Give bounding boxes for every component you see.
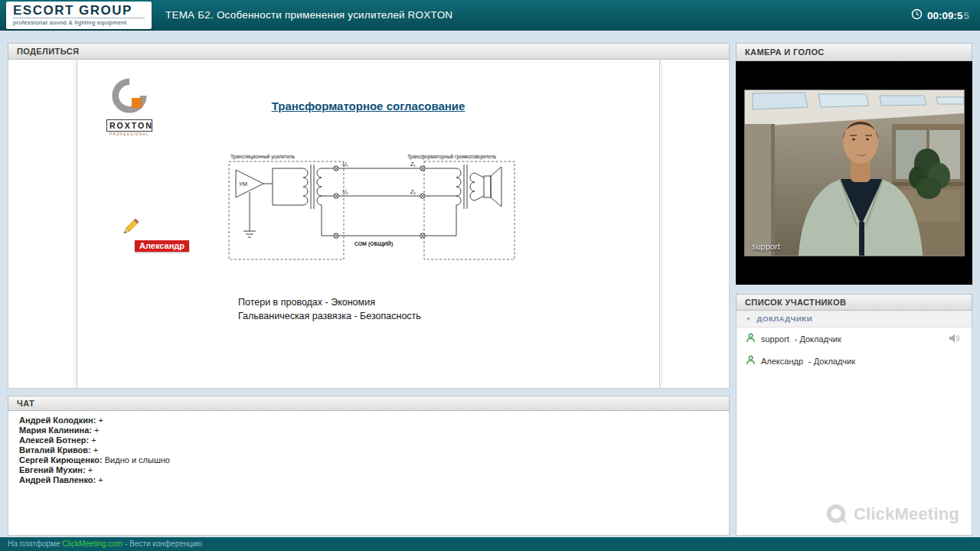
chat-author: Евгений Мухин: bbox=[19, 465, 86, 474]
common-wire-label: СОМ (ОБЩИЙ) bbox=[354, 240, 393, 247]
participants-list: support - ДокладчикАлександр - Докладчик bbox=[737, 328, 972, 372]
chat-message: Андрей Павленко: + bbox=[19, 475, 718, 485]
chat-panel: ЧАТ Андрей Колодкин: +Мария Калинина: +А… bbox=[8, 396, 730, 536]
share-panel-content: ROXTON PROFESSIONAL Трансформаторное сог… bbox=[8, 60, 730, 389]
chat-author: Алексей Ботнер: bbox=[19, 435, 89, 445]
clickmeeting-link[interactable]: ClickMeeting.com bbox=[62, 540, 122, 548]
chat-message: Евгений Мухин: + bbox=[19, 465, 718, 475]
participant-name: Александр bbox=[761, 357, 803, 366]
participant-name: support bbox=[761, 334, 789, 344]
footer-suffix: - Вести конференцию bbox=[125, 540, 202, 548]
roxton-logo-subtext: PROFESSIONAL bbox=[106, 132, 152, 136]
amplifier-dashed-box bbox=[229, 161, 344, 259]
slide-bullets: Потери в проводах - Экономия Гальваничес… bbox=[238, 295, 421, 323]
camera-panel: КАМЕРА И ГОЛОС bbox=[736, 43, 972, 285]
timer-fading-digit: 5 bbox=[963, 10, 969, 21]
slide-bullet-2: Гальваническая развязка - Безопасность bbox=[238, 309, 421, 323]
presenters-group-label: ДОКЛАДЧИКИ bbox=[757, 315, 813, 323]
chat-text: + bbox=[92, 425, 99, 435]
participant-row[interactable]: Александр - Докладчик bbox=[737, 350, 972, 372]
chat-author: Виталий Кривов: bbox=[19, 445, 91, 455]
loudspeaker-box-label: Трансформаторный громкоговоритель bbox=[407, 154, 497, 160]
participants-content: ▼ ДОКЛАДЧИКИ support - ДокладчикАлександ… bbox=[736, 311, 972, 536]
share-panel-header[interactable]: ПОДЕЛИТЬСЯ bbox=[8, 43, 730, 60]
webcam-video: support bbox=[744, 90, 965, 256]
chat-text: + bbox=[96, 416, 103, 425]
clickmeeting-logo-icon bbox=[825, 503, 848, 526]
wire-terminals bbox=[334, 166, 425, 238]
top-bar: ESCORT GROUP professional sound & lighti… bbox=[0, 0, 980, 31]
chat-message: Андрей Колодкин: + bbox=[19, 416, 718, 425]
speaker-primary-coil bbox=[456, 168, 461, 205]
u1-label: U₁ bbox=[342, 161, 348, 167]
chat-author: Андрей Павленко: bbox=[19, 475, 96, 484]
amplifier-box-label: Трансляционный усилитель bbox=[230, 154, 296, 160]
presentation-slide[interactable]: ROXTON PROFESSIONAL Трансформаторное сог… bbox=[77, 60, 660, 388]
escort-group-logo: ESCORT GROUP professional sound & lighti… bbox=[6, 2, 152, 29]
loudspeaker-dashed-box bbox=[424, 161, 514, 259]
footer-bar: На платформе ClickMeeting.com - Вести ко… bbox=[0, 537, 980, 551]
z2-label: Z₂ bbox=[410, 189, 416, 194]
logo-subtitle: professional sound & lighting equipment bbox=[13, 18, 145, 26]
camera-stage: support bbox=[736, 61, 972, 285]
timer-value: 00:09:55 bbox=[927, 10, 969, 21]
slide-bullet-1: Потери в проводах - Экономия bbox=[238, 295, 421, 309]
chat-panel-header[interactable]: ЧАТ bbox=[8, 396, 730, 411]
share-panel: ПОДЕЛИТЬСЯ ROXTON PROFESSIONAL Трансформ… bbox=[8, 43, 730, 389]
chat-text: + bbox=[96, 475, 103, 484]
chat-message: Виталий Кривов: + bbox=[19, 445, 718, 455]
clock-icon bbox=[911, 8, 923, 22]
speaker-symbol bbox=[484, 176, 491, 197]
webcam-scene bbox=[745, 90, 964, 256]
speaker-secondary-coil bbox=[470, 173, 475, 201]
z1-label: Z₁ bbox=[410, 161, 416, 167]
ground-symbol bbox=[243, 192, 256, 237]
u2-label: U₂ bbox=[342, 189, 348, 194]
participant-row[interactable]: support - Докладчик bbox=[737, 328, 972, 350]
primary-coil bbox=[303, 168, 308, 205]
participants-panel: СПИСОК УЧАСТНИКОВ ▼ ДОКЛАДЧИКИ support -… bbox=[736, 294, 972, 536]
secondary-coil bbox=[317, 168, 322, 205]
chat-message: Алексей Ботнер: + bbox=[19, 435, 718, 445]
amp-label: УМ bbox=[239, 181, 247, 187]
person-icon bbox=[746, 333, 756, 344]
chat-message: Мария Калинина: + bbox=[19, 425, 718, 435]
person-icon bbox=[746, 355, 756, 367]
slide-title: Трансформаторное согласование bbox=[77, 99, 659, 112]
annotation-author-label: Александр bbox=[135, 240, 189, 252]
webcam-name-label: support bbox=[752, 242, 780, 251]
chat-author: Сергей Кирющенко: bbox=[19, 455, 103, 465]
session-timer: 00:09:55 bbox=[911, 8, 969, 22]
participant-role: - Докладчик bbox=[808, 357, 855, 366]
participant-role: - Докладчик bbox=[795, 334, 841, 344]
chat-message: Сергей Кирющенко: Видно и слышно bbox=[19, 455, 718, 465]
chat-author: Мария Калинина: bbox=[19, 425, 92, 435]
transformer-circuit-diagram: Трансляционный усилитель Трансформаторны… bbox=[227, 152, 518, 270]
chat-text: + bbox=[91, 445, 98, 455]
roxton-logo-text: ROXTON bbox=[106, 119, 152, 132]
chat-text: Видно и слышно bbox=[103, 455, 170, 465]
clickmeeting-watermark: ClickMeeting bbox=[825, 503, 959, 526]
speaker-icon[interactable] bbox=[949, 334, 962, 344]
webinar-title: ТЕМА Б2. Особенности применения усилител… bbox=[165, 9, 452, 21]
chat-text: + bbox=[89, 435, 96, 445]
chat-author: Андрей Колодкин: bbox=[19, 416, 96, 425]
pencil-cursor-icon bbox=[119, 217, 141, 241]
presenters-group-header[interactable]: ▼ ДОКЛАДЧИКИ bbox=[737, 311, 972, 328]
collapse-triangle-icon: ▼ bbox=[746, 316, 752, 321]
logo-title: ESCORT GROUP bbox=[13, 3, 145, 18]
participants-panel-header[interactable]: СПИСОК УЧАСТНИКОВ bbox=[736, 294, 972, 311]
camera-panel-header[interactable]: КАМЕРА И ГОЛОС bbox=[736, 43, 972, 61]
chat-messages: Андрей Колодкин: +Мария Калинина: +Алекс… bbox=[8, 411, 730, 536]
footer-prefix: На платформе bbox=[8, 540, 60, 548]
clickmeeting-watermark-text: ClickMeeting bbox=[854, 504, 959, 524]
chat-text: + bbox=[86, 465, 93, 474]
